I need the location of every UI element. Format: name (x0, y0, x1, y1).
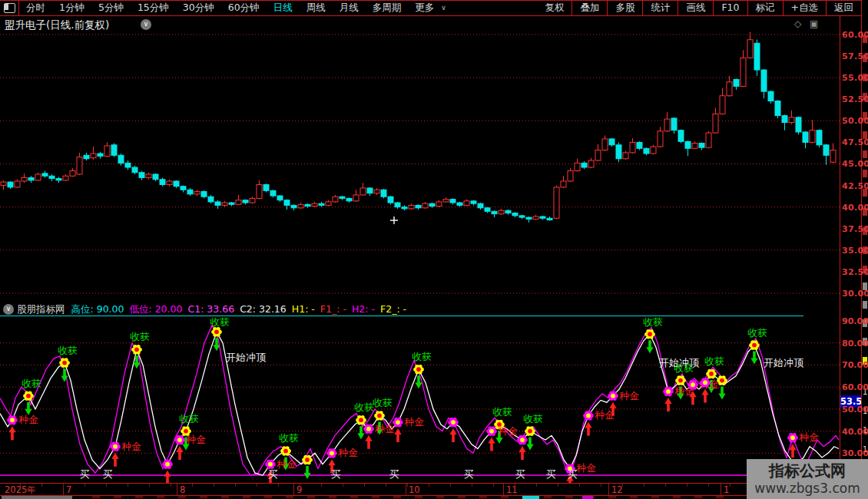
buy-label: 种金 (498, 425, 518, 437)
buy-arrow-icon (164, 471, 171, 484)
watermark: 指标公式网 www.zbgs3.com (747, 459, 868, 499)
maximize-window-icon[interactable]: ▣ (810, 18, 818, 29)
clipped-fragment (565, 496, 573, 498)
sell-label: 收获 (279, 432, 299, 444)
candle (782, 116, 787, 123)
period-item-更多[interactable]: 更多 (408, 0, 441, 15)
month-label: 8 (180, 484, 185, 495)
sell-label: 收获 (354, 402, 374, 413)
time-axis[interactable]: 2025年 7891011121 (0, 484, 868, 495)
buy-signal-text: 买 (568, 468, 578, 480)
minor-tick (472, 484, 472, 487)
candle (436, 202, 442, 207)
clipped-text-fragment (2, 496, 72, 499)
candle (187, 190, 193, 194)
period-item-周线[interactable]: 周线 (300, 0, 333, 15)
candle (353, 195, 359, 201)
candle (692, 144, 697, 149)
buy-signal-text: 买 (80, 468, 90, 480)
tool-button-返回[interactable]: 返回 (827, 0, 861, 15)
candle (70, 170, 75, 176)
candle (153, 174, 158, 180)
sell-label: 收获 (412, 351, 432, 362)
candle (734, 79, 739, 86)
tool-button-统计[interactable]: 统计 (643, 0, 678, 15)
month-separator (293, 484, 294, 495)
candle (395, 203, 400, 207)
indicator-chevron-down-icon[interactable]: ∨ (3, 304, 14, 315)
minor-tick (84, 484, 85, 487)
price-axis-label: 32.50 (842, 267, 868, 277)
period-item-月线[interactable]: 月线 (333, 0, 366, 15)
candle (519, 216, 525, 217)
candle (512, 213, 518, 216)
candle (616, 145, 621, 159)
more-chevron-icon[interactable]: ∨ (441, 0, 453, 15)
candle (630, 142, 635, 152)
tool-button-多股[interactable]: 多股 (608, 0, 642, 15)
buy-flower-icon (663, 387, 674, 396)
candlestick-chart[interactable] (0, 31, 840, 303)
candle (416, 205, 421, 207)
clipped-cyan-fragment (522, 496, 539, 499)
sell-label: 收获 (22, 378, 41, 389)
tool-button-F10[interactable]: F10 (714, 0, 747, 15)
candle (305, 204, 310, 206)
clipped-fragment (415, 496, 422, 498)
month-label: 7 (66, 484, 71, 495)
candle (623, 153, 628, 159)
minor-tick (235, 484, 236, 487)
tool-button-叠加[interactable]: 叠加 (572, 0, 607, 15)
sell-label: 收获 (492, 406, 512, 418)
tool-button-画线[interactable]: 画线 (678, 0, 713, 15)
price-axis-label: 45.00 (842, 159, 868, 169)
clipped-fragment (479, 496, 487, 498)
period-item-1分钟[interactable]: 1分钟 (52, 0, 91, 15)
minor-tick (665, 484, 666, 487)
peak-text: 开始冲顶 (226, 352, 267, 363)
period-item-15分钟[interactable]: 15分钟 (131, 0, 176, 15)
sidebar-clipped-glyph (863, 150, 867, 158)
period-item-60分钟[interactable]: 60分钟 (221, 0, 267, 15)
minor-tick (601, 484, 601, 487)
candle (706, 133, 711, 147)
candle (291, 205, 297, 207)
tool-button-复权[interactable]: 复权 (537, 0, 571, 15)
minor-tick (192, 484, 193, 487)
month-label: 1 (724, 484, 729, 495)
watermark-site-name: 指标公式网 (769, 461, 846, 480)
period-menu: 分时1分钟5分钟15分钟30分钟60分钟日线周线月线多周期更多∨ (19, 0, 453, 15)
oscillator-axis-label: 80.00 (842, 339, 868, 349)
diamond-icon[interactable]: ◇ (794, 18, 801, 29)
price-axis-label: 47.50 (842, 137, 868, 147)
candle (63, 176, 68, 180)
oscillator-axis-label: 30.00 (842, 448, 868, 458)
tool-button-标记[interactable]: 标记 (748, 0, 783, 15)
buy-arrow-icon (365, 435, 372, 449)
sell-flower-icon (131, 345, 142, 354)
candle (181, 187, 186, 190)
minor-tick (106, 484, 107, 487)
minor-tick (171, 484, 171, 487)
period-item-30分钟[interactable]: 30分钟 (176, 0, 221, 15)
minor-tick (300, 484, 300, 487)
title-chevron-down-icon[interactable]: ∨ (141, 19, 151, 30)
candle (208, 197, 214, 202)
buy-signal-text: 买 (331, 468, 341, 480)
candle (810, 131, 815, 143)
candle (768, 91, 774, 101)
period-item-5分钟[interactable]: 5分钟 (91, 0, 131, 15)
candle (457, 203, 462, 205)
tool-button-+自选[interactable]: +自选 (784, 0, 826, 15)
layout-toggle-button[interactable] (0, 0, 19, 15)
sell-arrow-icon (750, 352, 757, 365)
oscillator-panel[interactable]: 收获收获收获收获收获收获收获收获收获收获收获收获收获收获收获种金种金种金种金种金… (0, 316, 840, 484)
candle (823, 145, 829, 155)
trading-app-window: 分时1分钟5分钟15分钟30分钟60分钟日线周线月线多周期更多∨ 复权叠加多股统… (0, 0, 868, 499)
clipped-fragment (114, 496, 121, 498)
period-item-分时[interactable]: 分时 (19, 0, 52, 15)
candle (1, 182, 6, 185)
period-item-多周期[interactable]: 多周期 (366, 0, 409, 15)
minor-tick (41, 484, 42, 487)
period-item-日线[interactable]: 日线 (267, 0, 300, 15)
